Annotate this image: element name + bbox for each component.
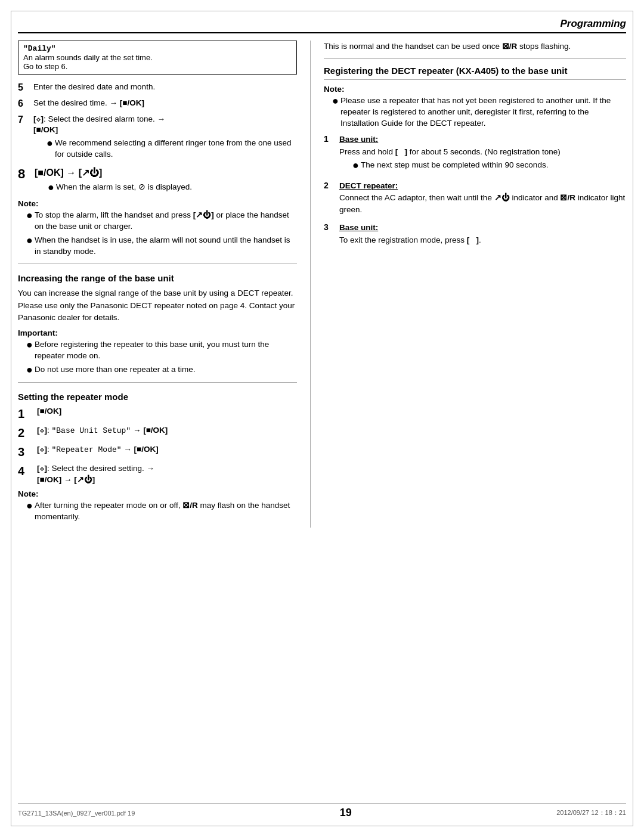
important-bullet-1-text: Before registering the repeater to this … (35, 339, 297, 362)
important-label: Important: (18, 328, 297, 337)
dect-step-2: 2 DECT repeater: Connect the AC adaptor,… (324, 180, 626, 216)
step-8-bullet-1: ● When the alarm is set, ⊘ is displayed. (48, 182, 192, 194)
note-bullet-3: ● After turning the repeater mode on or … (26, 500, 297, 523)
step-8-sub-bullets: ● When the alarm is set, ⊘ is displayed. (48, 182, 192, 194)
note-label-1: Note: (18, 199, 297, 208)
divider-1 (18, 264, 297, 264)
bullet-dot: ● (352, 160, 361, 172)
callout-heading: "Daily" (23, 44, 292, 53)
right-note-bullet-1: ● Please use a repeater that has not yet… (332, 95, 626, 129)
note-bullet-2-text: When the handset is in use, the alarm wi… (35, 235, 297, 258)
step-7-bullet-1-text: We recommend selecting a different ringe… (55, 138, 297, 160)
divider-3 (324, 58, 626, 59)
dect-step-1-bullet-1: ● The next step must be completed within… (352, 160, 626, 172)
bullet-dot: ● (26, 500, 35, 523)
increase-body: You can increase the signal range of the… (18, 287, 297, 324)
callout-body: An alarm sounds daily at the set time.Go… (23, 53, 292, 71)
dect-step-1-num: 1 (324, 134, 337, 145)
rep-step-4: 4 [⬦]: Select the desired setting. →[■/O… (18, 463, 297, 486)
dect-step-1: 1 Base unit: Press and hold [ ] for abou… (324, 134, 626, 173)
important-bullets: ● Before registering the repeater to thi… (26, 339, 297, 376)
dect-step-1-label: Base unit: (339, 135, 378, 144)
content-columns: "Daily" An alarm sounds daily at the set… (18, 41, 626, 528)
dect-step-1-bullet-1-text: The next step must be completed within 9… (361, 160, 548, 172)
step-8: 8 [■/OK] → [↗⏻] ● When the alarm is set,… (18, 166, 297, 196)
note-label-2: Note: (18, 489, 297, 498)
column-divider (310, 41, 311, 528)
right-note-bullets: ● Please use a repeater that has not yet… (332, 95, 626, 129)
dect-step-2-label: DECT repeater: (339, 181, 398, 190)
dect-step-1-content: Base unit: Press and hold [ ] for about … (339, 134, 626, 173)
step-5-content: Enter the desired date and month. (33, 82, 297, 93)
step-7-num: 7 (18, 114, 31, 126)
note-bullet-3-text: After turning the repeater mode on or of… (35, 500, 297, 523)
step-7-content: [⬦]: Select the desired alarm tone. →[■/… (33, 114, 297, 163)
bullet-dot: ● (47, 138, 55, 160)
important-bullet-2-text: Do not use more than one repeater at a t… (35, 364, 195, 376)
dect-step-2-num: 2 (324, 180, 337, 192)
step-6-num: 6 (18, 98, 31, 110)
step-8-content: [■/OK] → [↗⏻] ● When the alarm is set, ⊘… (35, 166, 192, 196)
rep-step-4-num: 4 (18, 463, 35, 479)
rep-step-2-content: [⬦]: "Base Unit Setup" → [■/OK] (37, 425, 297, 436)
left-column: "Daily" An alarm sounds daily at the set… (18, 41, 297, 528)
bullet-dot: ● (26, 364, 35, 376)
dect-step-3-content: Base unit: To exit the registration mode… (339, 222, 626, 246)
footer-left: TG2711_13SA(en)_0927_ver001.pdf 19 (18, 810, 135, 817)
step-6: 6 Set the desired time. → [■/OK] (18, 98, 297, 110)
important-bullet-1: ● Before registering the repeater to thi… (26, 339, 297, 362)
rep-step-3-content: [⬦]: "Repeater Mode" → [■/OK] (37, 444, 297, 455)
callout-box: "Daily" An alarm sounds daily at the set… (18, 41, 297, 75)
page-inner: Programming "Daily" An alarm sounds dail… (18, 18, 626, 819)
important-bullet-2: ● Do not use more than one repeater at a… (26, 364, 297, 376)
rep-step-1-num: 1 (18, 406, 35, 421)
note-bullets-2: ● After turning the repeater mode on or … (26, 500, 297, 523)
step-7-bullet-1: ● We recommend selecting a different rin… (47, 138, 297, 160)
rep-step-4-content: [⬦]: Select the desired setting. →[■/OK]… (37, 463, 297, 486)
dect-step-2-content: DECT repeater: Connect the AC adaptor, t… (339, 180, 626, 216)
dect-step-3-label: Base unit: (339, 223, 378, 232)
rep-step-1-content: [■/OK] (37, 406, 297, 417)
dect-step-1-sub-bullets: ● The next step must be completed within… (352, 160, 626, 172)
bullet-dot: ● (48, 182, 56, 194)
dect-step-3-num: 3 (324, 222, 337, 234)
divider-2 (18, 382, 297, 383)
right-note-label: Note: (324, 85, 626, 94)
bullet-dot: ● (332, 95, 340, 129)
note-bullet-1: ● To stop the alarm, lift the handset an… (26, 210, 297, 232)
note-bullet-1-text: To stop the alarm, lift the handset and … (35, 210, 297, 232)
bullet-dot: ● (26, 235, 35, 258)
page-header: Programming (18, 18, 626, 33)
step-7: 7 [⬦]: Select the desired alarm tone. →[… (18, 114, 297, 163)
step-8-num: 8 (18, 166, 35, 182)
right-column: This is normal and the handset can be us… (324, 41, 626, 528)
page-number: 19 (340, 807, 352, 819)
right-intro-text: This is normal and the handset can be us… (324, 41, 626, 52)
step-6-content: Set the desired time. → [■/OK] (33, 98, 297, 109)
section-heading-dect: Registering the DECT repeater (KX-A405) … (324, 65, 626, 80)
rep-step-1: 1 [■/OK] (18, 406, 297, 421)
note-bullets-1: ● To stop the alarm, lift the handset an… (26, 210, 297, 258)
bullet-dot: ● (26, 339, 35, 362)
rep-step-2-num: 2 (18, 425, 35, 441)
page-footer: TG2711_13SA(en)_0927_ver001.pdf 19 19 20… (18, 803, 626, 819)
rep-step-2: 2 [⬦]: "Base Unit Setup" → [■/OK] (18, 425, 297, 441)
bullet-dot: ● (26, 210, 35, 232)
rep-step-3: 3 [⬦]: "Repeater Mode" → [■/OK] (18, 444, 297, 460)
section-heading-repeater-mode: Setting the repeater mode (18, 391, 297, 403)
dect-step-3: 3 Base unit: To exit the registration mo… (324, 222, 626, 246)
step-5: 5 Enter the desired date and month. (18, 82, 297, 94)
step-7-sub-bullets: ● We recommend selecting a different rin… (47, 138, 297, 160)
footer-right: 2012/09/27 12：18：21 (556, 808, 626, 817)
section-heading-increase: Increasing the range of the base unit (18, 272, 297, 284)
step-5-num: 5 (18, 82, 31, 94)
note-bullet-2: ● When the handset is in use, the alarm … (26, 235, 297, 258)
step-8-bullet-1-text: When the alarm is set, ⊘ is displayed. (56, 182, 192, 194)
right-note-bullet-1-text: Please use a repeater that has not yet b… (340, 95, 626, 129)
page-title: Programming (560, 18, 626, 30)
rep-step-3-num: 3 (18, 444, 35, 460)
